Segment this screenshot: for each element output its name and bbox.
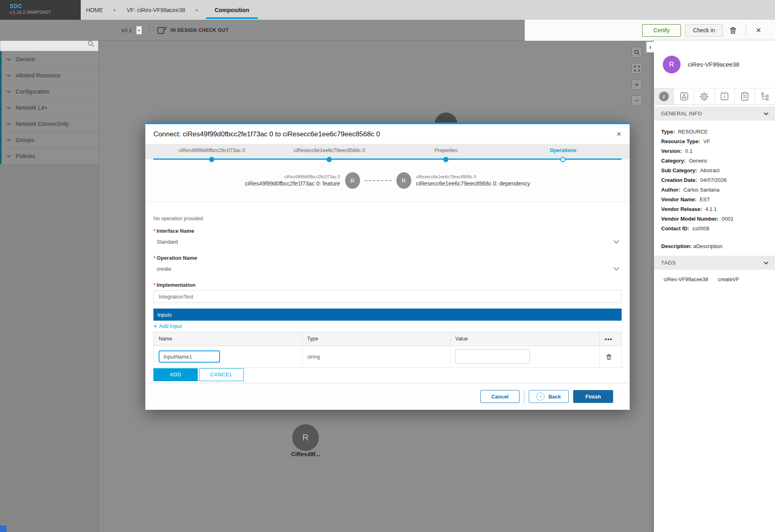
sidebar-item-network-connectivity[interactable]: Network Connectivity (0, 116, 98, 132)
trash-icon (606, 354, 612, 360)
delete-input-button[interactable] (605, 353, 613, 361)
divider (524, 390, 524, 403)
source-labels: ciRes49f99d0fbcc2fe1f73ac 0 ciRes49f99d0… (245, 174, 340, 188)
square-info-icon (720, 92, 729, 101)
column-header-menu[interactable]: ●●● (600, 332, 622, 346)
add-button[interactable]: ADD (153, 368, 198, 381)
connection-dashed-line (365, 180, 392, 181)
input-type-cell: string (302, 346, 450, 367)
sidebar-item-policies[interactable]: Policies (0, 148, 98, 164)
dialog-body: No operation provided *Interface Name St… (145, 216, 630, 381)
section-title: TAGS (661, 260, 676, 266)
breadcrumb: HOME ▸ VF: ciRes-VF99acee38 ▸ Compositio… (86, 0, 255, 20)
source-capability: ciRes49f99d0fbcc2fe1f73ac 0: feature (245, 180, 340, 188)
breadcrumb-home[interactable]: HOME (86, 7, 103, 13)
column-header-value: Value (450, 332, 600, 346)
back-button[interactable]: ‹ Back (529, 390, 569, 403)
tab-general-info[interactable]: i (654, 88, 674, 104)
cancel-input-button[interactable]: CANCEL (199, 368, 244, 381)
wizard-steps: ciRes49f99d0fbcc2fe1f73ac 0 ciResecc6e1e… (145, 144, 630, 159)
info-row: Version:0.1 (661, 146, 770, 156)
tab-requirements-capabilities[interactable] (755, 88, 775, 104)
check-in-button[interactable]: Check in (685, 24, 723, 37)
source-name: ciRes49f99d0fbcc2fe1f73ac 0 (284, 174, 340, 180)
step-operations[interactable]: Operations (499, 148, 628, 153)
sidebar-item-configuration[interactable]: Configuration (0, 83, 98, 100)
chevron-down-icon (7, 137, 11, 141)
inputs-actions: ADD CANCEL (153, 368, 622, 381)
search-icon (634, 50, 640, 55)
delete-button[interactable] (727, 24, 739, 36)
table-row: string (154, 346, 622, 367)
chevron-down-icon (614, 238, 619, 243)
canvas-node[interactable]: R (292, 424, 319, 451)
target-labels: ciResecc6e1ee6c79eec8568c 0 ciResecc6e1e… (416, 174, 530, 188)
chevron-down-icon (7, 73, 11, 77)
step-source[interactable]: ciRes49f99d0fbcc2fe1f73ac 0 (147, 148, 276, 153)
canvas-zoom-in-button[interactable]: + (631, 79, 642, 90)
action-buttons-zone: Certify Check in ✕ (525, 20, 775, 41)
dialog-titlebar: Connect: ciRes49f99d0fbcc2fe1f73ac 0 to … (145, 124, 630, 144)
target-requirement: ciResecc6e1ee6c79eec8568c 0: dependency (416, 180, 530, 188)
chevron-right-icon: › (649, 44, 651, 50)
input-value-field[interactable] (455, 349, 530, 364)
tags-section-header[interactable]: TAGS (654, 256, 775, 270)
category-label: Allotted Resource (16, 72, 61, 79)
category-label: Configuration (16, 88, 49, 95)
info-row: Vendor Release:4.1.1 (661, 204, 770, 214)
tab-composition[interactable]: Composition (209, 7, 255, 13)
dialog-close-button[interactable]: ✕ (616, 130, 622, 138)
general-info-section-header[interactable]: GENERAL INFO (654, 106, 775, 121)
canvas-fit-screen-button[interactable] (631, 63, 642, 74)
details-panel: R ciRes-VF99acee38 i GENERAL INFO Type:R… (654, 41, 775, 532)
sidebar-item-network-l4[interactable]: Network L4+ (0, 100, 98, 116)
panel-collapse-button[interactable]: › (646, 42, 654, 52)
close-workspace-button[interactable]: ✕ (752, 24, 765, 36)
version-select[interactable]: ▾ (136, 26, 142, 35)
operation-name-label: *Operation Name (153, 255, 622, 261)
chevron-down-icon (7, 105, 11, 109)
column-header-name: Name (154, 332, 302, 346)
chevron-down-icon (764, 260, 768, 264)
certify-button[interactable]: Certify (642, 24, 681, 37)
sidebar-item-allotted-resource[interactable]: Allotted Resource (0, 67, 98, 83)
target-name: ciResecc6e1ee6c79eec8568c 0 (416, 174, 530, 180)
info-row: Creation Date:04/07/2026 (661, 175, 770, 185)
sidebar-item-groups[interactable]: Groups (0, 132, 98, 148)
sidebar-item-generic[interactable]: Generic (0, 51, 98, 67)
tab-composition-label: Composition (215, 7, 249, 13)
info-row: Contact ID:cs0008 (661, 224, 770, 234)
tab-deployment-artifacts[interactable] (674, 88, 694, 104)
operation-name-select[interactable]: create (153, 262, 622, 275)
input-name-field[interactable] (159, 350, 220, 363)
interface-name-select[interactable]: Standard (153, 235, 622, 248)
category-label: Groups (16, 137, 34, 143)
target-node-icon: R (396, 172, 411, 189)
breadcrumb-vf[interactable]: VF: ciRes-VF99acee38 (127, 7, 185, 13)
chevron-down-icon (7, 56, 11, 61)
cancel-button[interactable]: Cancel (480, 390, 519, 403)
step-target[interactable]: ciResecc6e1ee6c79eec8568c 0 (265, 148, 394, 153)
category-label: Network Connectivity (16, 121, 69, 127)
tab-properties[interactable] (694, 88, 714, 104)
canvas-zoom-out-button[interactable]: − (631, 95, 642, 106)
active-tab-underline (206, 17, 258, 19)
canvas-search-button[interactable] (631, 47, 642, 58)
connection-preview: ciRes49f99d0fbcc2fe1f73ac 0 ciRes49f99d0… (145, 159, 630, 202)
tab-information-artifacts[interactable] (715, 88, 735, 104)
step-properties[interactable]: Properties (381, 148, 511, 153)
general-info-list: Type:RESOURCE Resource Type:VF Version:0… (654, 121, 775, 238)
add-input-link[interactable]: + Add Input (153, 323, 182, 329)
help-widget[interactable] (0, 526, 6, 532)
composition-icon (679, 92, 689, 101)
info-row: Resource Type:VF (661, 137, 770, 146)
panel-header: R ciRes-VF99acee38 (654, 41, 775, 88)
implementation-input[interactable] (153, 290, 622, 303)
finish-button[interactable]: Finish (573, 390, 613, 403)
no-operation-note: No operation provided (153, 216, 622, 221)
info-row: Sub Category:Abstract (661, 166, 770, 175)
section-title: GENERAL INFO (661, 111, 702, 117)
description-label: Description: (661, 243, 692, 249)
tab-api[interactable] (735, 88, 755, 104)
chevron-down-icon (614, 265, 619, 270)
